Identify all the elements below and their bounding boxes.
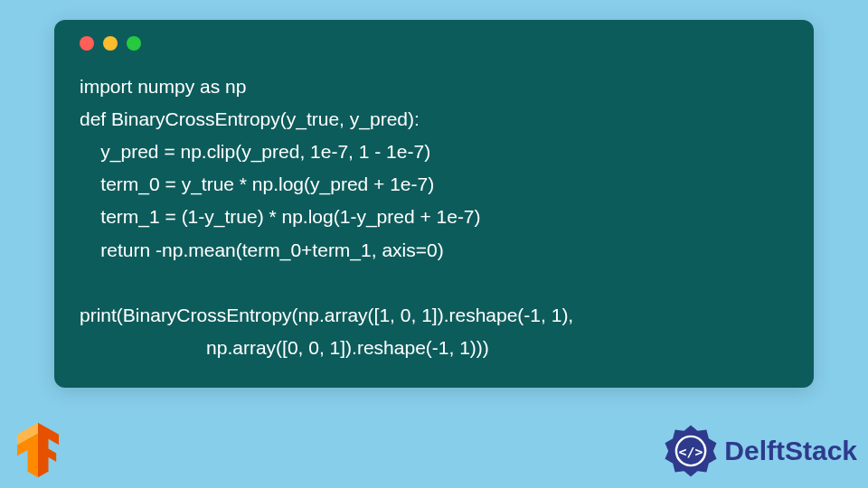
window-controls [80, 36, 788, 51]
maximize-dot-icon [127, 36, 141, 51]
svg-text:</>: </> [679, 444, 703, 460]
svg-marker-1 [38, 423, 59, 477]
close-dot-icon [80, 36, 94, 51]
delftstack-label: DelftStack [724, 436, 857, 466]
minimize-dot-icon [103, 36, 118, 51]
code-block: import numpy as np def BinaryCrossEntrop… [80, 70, 788, 364]
code-window: import numpy as np def BinaryCrossEntrop… [54, 20, 814, 388]
tensorflow-logo-icon [5, 418, 71, 483]
delftstack-badge-icon: </> [663, 423, 719, 479]
delftstack-logo: </> DelftStack [663, 423, 857, 479]
